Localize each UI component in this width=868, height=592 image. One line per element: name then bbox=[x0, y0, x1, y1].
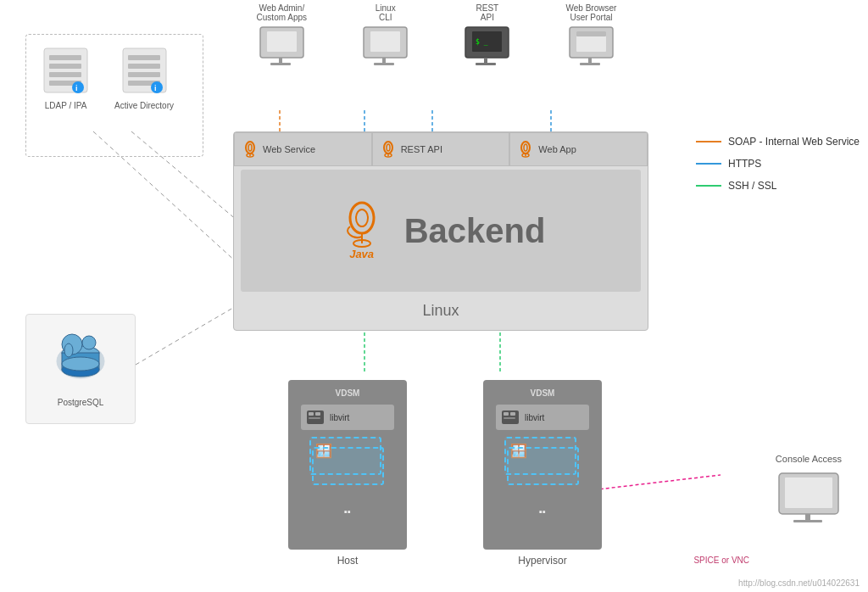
service-web-service: Web Service bbox=[234, 132, 372, 166]
vdsm-area: VDSM libvirt 🪟 bbox=[288, 380, 602, 567]
svg-point-48 bbox=[82, 336, 96, 349]
java-text: Java bbox=[349, 248, 374, 260]
backend-inner: Java Backend bbox=[241, 170, 641, 292]
server-ad-label: Active Directory bbox=[114, 101, 174, 110]
java-big-icon bbox=[337, 201, 387, 248]
svg-point-59 bbox=[524, 144, 527, 151]
svg-point-51 bbox=[248, 144, 252, 151]
service-web-app-label: Web App bbox=[538, 144, 576, 154]
service-web-app: Web App bbox=[509, 132, 648, 166]
svg-point-55 bbox=[387, 144, 390, 151]
vdsm-host-server: VDSM libvirt 🪟 bbox=[288, 380, 407, 550]
svg-point-54 bbox=[384, 142, 392, 154]
monitor-rest-api-icon: $ _ bbox=[464, 25, 510, 68]
svg-rect-67 bbox=[309, 412, 314, 416]
monitor-web-browser-label: Web BrowserUser Portal bbox=[566, 3, 617, 22]
svg-rect-77 bbox=[793, 520, 822, 522]
svg-point-46 bbox=[62, 357, 99, 371]
legend-ssh-label: SSH / SSL bbox=[728, 180, 776, 192]
libvirt-icon-2 bbox=[501, 410, 520, 425]
monitor-web-admin: Web Admin/ Custom Apps bbox=[257, 0, 307, 68]
vdsm-hypervisor-label-top: VDSM bbox=[531, 388, 555, 398]
legend-soap-line bbox=[696, 141, 721, 142]
svg-rect-31 bbox=[49, 72, 81, 77]
host-label: Host bbox=[337, 555, 359, 567]
svg-rect-21 bbox=[484, 58, 487, 63]
svg-text:i: i bbox=[154, 84, 157, 92]
svg-rect-13 bbox=[270, 63, 291, 65]
linux-label: Linux bbox=[234, 302, 648, 320]
svg-rect-22 bbox=[476, 63, 496, 65]
svg-point-49 bbox=[64, 343, 73, 357]
postgres-icon bbox=[47, 332, 114, 391]
vdsm-host-label-top: VDSM bbox=[336, 388, 360, 398]
console-area: Console Access SPICE or VNC bbox=[775, 454, 843, 524]
svg-rect-12 bbox=[279, 58, 282, 63]
svg-rect-25 bbox=[576, 31, 606, 36]
vdsm-host-bottom-label: ▪▪ bbox=[344, 506, 351, 517]
legend-ssh: SSH / SSL bbox=[696, 180, 860, 192]
diagram-container: Web Admin/ Custom Apps LinuxCLI RESTAPI bbox=[0, 0, 868, 592]
monitor-web-admin-icon bbox=[259, 25, 305, 68]
monitors-area: Web Admin/ Custom Apps LinuxCLI RESTAPI bbox=[229, 0, 644, 76]
legend-https: HTTPS bbox=[696, 158, 860, 170]
svg-rect-75 bbox=[785, 478, 832, 508]
vdsm-hypervisor-bottom-label: ▪▪ bbox=[539, 506, 546, 517]
hypervisor-vm-stack: 🪟 bbox=[504, 437, 581, 496]
monitor-linux-cli: LinuxCLI bbox=[362, 0, 409, 68]
legend-https-line bbox=[696, 163, 721, 165]
monitor-rest-api-label: RESTAPI bbox=[476, 3, 499, 22]
service-web-service-label: Web Service bbox=[263, 144, 315, 154]
svg-rect-69 bbox=[309, 417, 320, 419]
backend-panel: Web Service REST API bbox=[233, 131, 648, 331]
svg-point-33 bbox=[72, 81, 84, 93]
svg-point-62 bbox=[350, 203, 374, 233]
java-icon-webapp bbox=[517, 141, 534, 158]
svg-rect-68 bbox=[315, 412, 320, 416]
postgres-box: PostgreSQL bbox=[25, 314, 136, 424]
vdsm-hypervisor-libvirt: libvirt bbox=[496, 405, 589, 430]
vdsm-host: VDSM libvirt 🪟 bbox=[288, 380, 407, 567]
svg-text:$ _: $ _ bbox=[476, 38, 488, 46]
service-rest-api-label: REST API bbox=[401, 144, 442, 154]
libvirt-label-2: libvirt bbox=[525, 413, 544, 422]
java-icon-rest bbox=[380, 141, 397, 158]
svg-rect-72 bbox=[510, 412, 515, 416]
java-icon-web bbox=[242, 141, 259, 158]
monitor-rest-api: RESTAPI $ _ bbox=[464, 0, 510, 68]
svg-point-40 bbox=[151, 81, 163, 93]
backend-title: Backend bbox=[404, 212, 546, 250]
svg-rect-71 bbox=[504, 412, 509, 416]
server-ldap-icon: i bbox=[42, 47, 89, 98]
svg-line-5 bbox=[93, 131, 237, 263]
console-label: Console Access bbox=[776, 454, 842, 464]
service-rest-api: REST API bbox=[372, 132, 510, 166]
console-monitor-icon bbox=[775, 469, 843, 524]
server-ldap-label: LDAP / IPA bbox=[45, 101, 87, 110]
svg-point-50 bbox=[246, 142, 254, 154]
monitor-linux-cli-icon bbox=[362, 25, 409, 68]
spice-label: SPICE or VNC bbox=[693, 556, 749, 565]
svg-line-4 bbox=[131, 131, 237, 221]
legend-soap-label: SOAP - Internal Web Service bbox=[728, 136, 860, 148]
watermark: http://blog.csdn.net/u014022631 bbox=[738, 578, 860, 588]
legend-https-label: HTTPS bbox=[728, 158, 761, 170]
vdsm-hypervisor: VDSM libvirt 🪟 ▪▪ bbox=[483, 380, 602, 567]
svg-rect-15 bbox=[370, 31, 400, 52]
postgres-label: PostgreSQL bbox=[58, 398, 103, 407]
svg-rect-17 bbox=[374, 63, 394, 65]
svg-rect-30 bbox=[49, 64, 81, 69]
svg-rect-37 bbox=[128, 64, 160, 69]
monitor-linux-cli-label: LinuxCLI bbox=[376, 3, 396, 22]
monitor-web-browser-icon bbox=[568, 25, 615, 68]
svg-rect-36 bbox=[128, 55, 160, 60]
vdsm-host-libvirt: libvirt bbox=[301, 405, 394, 430]
svg-line-9 bbox=[136, 305, 237, 365]
server-ad-icon: i bbox=[121, 47, 168, 98]
legend-ssh-line bbox=[696, 185, 721, 187]
legend: SOAP - Internal Web Service HTTPS SSH / … bbox=[696, 136, 860, 192]
hypervisor-label: Hypervisor bbox=[518, 555, 566, 567]
svg-rect-38 bbox=[128, 72, 160, 77]
svg-rect-29 bbox=[49, 55, 81, 60]
svg-text:i: i bbox=[75, 84, 78, 92]
